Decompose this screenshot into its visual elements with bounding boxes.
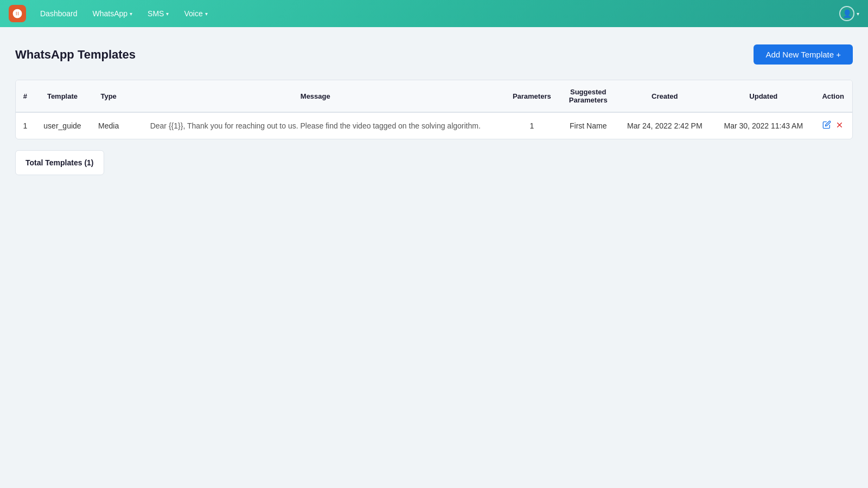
page-header: WhatsApp Templates Add New Template + [15,44,853,65]
table-row: 1 user_guide Media Dear {{1}}, Thank you… [16,112,852,139]
col-header-updated: Updated [713,80,814,112]
user-menu[interactable]: 👤 ▾ [839,6,859,21]
svg-point-1 [15,11,20,16]
voice-chevron-icon: ▾ [205,11,208,17]
app-logo[interactable] [9,5,26,22]
templates-table: # Template Type Message Parameters Sugge… [16,80,852,139]
delete-icon[interactable] [835,121,844,131]
user-chevron-icon: ▾ [857,11,859,17]
nav-voice[interactable]: Voice ▾ [178,6,213,21]
cell-template: user_guide [35,112,90,139]
nav-dashboard[interactable]: Dashboard [35,6,83,21]
action-icons [820,120,846,131]
cell-suggested-parameters: First Name [560,112,616,139]
add-new-template-button[interactable]: Add New Template + [754,44,853,65]
navbar: Dashboard WhatsApp ▾ SMS ▾ Voice ▾ 👤 ▾ [0,0,868,27]
page-title: WhatsApp Templates [15,48,136,62]
avatar: 👤 [839,6,854,21]
cell-type: Media [90,112,127,139]
cell-number: 1 [16,112,35,139]
edit-icon[interactable] [822,120,831,131]
col-header-parameters: Parameters [503,80,560,112]
page-content: WhatsApp Templates Add New Template + # … [0,27,868,192]
sms-chevron-icon: ▾ [166,11,169,17]
col-header-created: Created [616,80,713,112]
user-icon: 👤 [843,9,852,18]
cell-message: Dear {{1}}, Thank you for reaching out t… [127,112,503,139]
total-templates-bar: Total Templates (1) [15,150,104,175]
col-header-template: Template [35,80,90,112]
table-header-row: # Template Type Message Parameters Sugge… [16,80,852,112]
cell-action [814,112,852,139]
cell-parameters: 1 [503,112,560,139]
templates-table-container: # Template Type Message Parameters Sugge… [15,80,853,139]
col-header-type: Type [90,80,127,112]
col-header-action: Action [814,80,852,112]
nav-sms[interactable]: SMS ▾ [142,6,174,21]
nav-whatsapp[interactable]: WhatsApp ▾ [87,6,138,21]
whatsapp-chevron-icon: ▾ [130,11,132,17]
col-header-message: Message [127,80,503,112]
cell-updated: Mar 30, 2022 11:43 AM [713,112,814,139]
cell-created: Mar 24, 2022 2:42 PM [616,112,713,139]
col-header-suggested-parameters: SuggestedParameters [560,80,616,112]
col-header-number: # [16,80,35,112]
